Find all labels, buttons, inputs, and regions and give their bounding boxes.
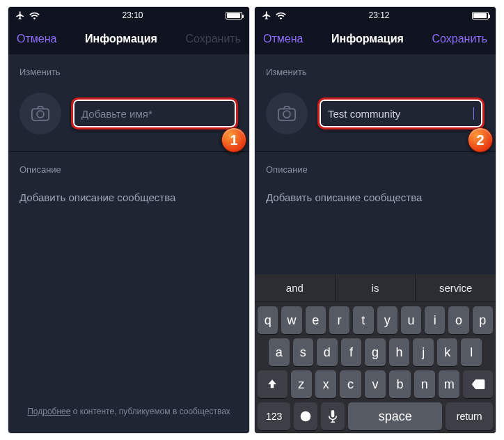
key-backspace[interactable] (463, 370, 493, 398)
footer-link[interactable]: Подробнее (27, 407, 70, 416)
cancel-button[interactable]: Отмена (263, 33, 303, 45)
key-h[interactable]: h (389, 338, 410, 366)
status-time: 23:10 (122, 10, 143, 20)
keyboard-row-1: q w e r t y u i o p (255, 302, 496, 334)
nav-bar: Отмена Информация Сохранить (255, 24, 496, 54)
keyboard-suggestions: and is service (255, 274, 496, 302)
key-l[interactable]: l (461, 338, 482, 366)
name-row: Добавьте имя* 1 (8, 84, 249, 151)
key-k[interactable]: k (437, 338, 458, 366)
save-button[interactable]: Сохранить (185, 33, 241, 45)
camera-icon (31, 106, 50, 121)
status-bar: 23:10 (8, 7, 249, 24)
backspace-icon (471, 379, 485, 389)
footer-rest: о контенте, публикуемом в сообществах (70, 407, 230, 416)
camera-icon (277, 106, 297, 121)
nav-title: Информация (85, 33, 157, 45)
key-t[interactable]: t (353, 306, 373, 334)
key-v[interactable]: v (365, 370, 386, 398)
description-block: Описание Добавить описание сообщества (8, 151, 249, 217)
svg-point-3 (283, 111, 290, 118)
section-change-label: Изменить (255, 54, 496, 84)
suggestion-3[interactable]: service (416, 274, 496, 301)
wifi-icon (276, 12, 286, 19)
key-123[interactable]: 123 (258, 402, 290, 430)
cancel-button[interactable]: Отмена (17, 33, 56, 45)
key-c[interactable]: c (340, 370, 361, 398)
svg-point-1 (37, 111, 44, 118)
key-p[interactable]: p (473, 306, 493, 334)
key-q[interactable]: q (258, 306, 278, 334)
add-photo-button[interactable] (266, 93, 308, 134)
key-x[interactable]: x (315, 370, 336, 398)
key-globe[interactable] (294, 402, 317, 430)
keyboard-row-3: z x c v b n m (255, 366, 496, 398)
screen-1: 23:10 Отмена Информация Сохранить Измени… (8, 7, 249, 433)
keyboard-row-4: 123 space return (255, 398, 496, 430)
battery-icon (226, 12, 242, 19)
battery-icon (472, 12, 489, 19)
text-cursor (473, 107, 474, 120)
airplane-mode-icon (15, 10, 25, 20)
key-r[interactable]: r (329, 306, 349, 334)
key-i[interactable]: i (425, 306, 445, 334)
status-bar: 23:12 (255, 7, 496, 24)
keyboard-row-2: a s d f g h j k l (255, 334, 496, 366)
key-z[interactable]: z (291, 370, 312, 398)
nav-bar: Отмена Информация Сохранить (8, 24, 249, 54)
shift-icon (266, 378, 278, 391)
key-f[interactable]: f (341, 338, 362, 366)
key-b[interactable]: b (389, 370, 410, 398)
key-d[interactable]: d (317, 338, 338, 366)
screen-2: 23:12 Отмена Информация Сохранить Измени… (255, 7, 496, 433)
name-placeholder: Добавьте имя* (81, 108, 228, 120)
key-j[interactable]: j (413, 338, 434, 366)
key-w[interactable]: w (281, 306, 301, 334)
key-mic[interactable] (321, 402, 345, 430)
name-input[interactable]: Добавьте имя* (71, 97, 238, 129)
key-a[interactable]: a (269, 338, 290, 366)
suggestion-2[interactable]: is (336, 274, 416, 301)
status-time: 23:12 (368, 10, 389, 20)
section-description-label: Описание (8, 152, 249, 182)
add-photo-button[interactable] (19, 93, 61, 134)
key-s[interactable]: s (293, 338, 314, 366)
wifi-icon (29, 12, 40, 19)
key-n[interactable]: n (414, 370, 435, 398)
key-y[interactable]: y (377, 306, 397, 334)
section-change-label: Изменить (8, 54, 249, 84)
key-m[interactable]: m (439, 370, 459, 398)
save-button[interactable]: Сохранить (432, 33, 487, 45)
globe-icon (299, 410, 312, 423)
keyboard: and is service q w e r t y u i o p a s d… (255, 274, 496, 433)
name-input[interactable]: Test community (317, 97, 485, 129)
step-badge-2: 2 (468, 127, 493, 152)
key-return[interactable]: return (446, 402, 493, 430)
key-space[interactable]: space (348, 402, 442, 430)
description-block: Описание Добавить описание сообщества (255, 151, 496, 217)
key-u[interactable]: u (401, 306, 421, 334)
suggestion-1[interactable]: and (255, 274, 336, 301)
step-badge-1: 1 (221, 127, 246, 152)
section-description-label: Описание (255, 152, 496, 182)
key-shift[interactable] (258, 370, 288, 398)
key-e[interactable]: e (306, 306, 326, 334)
footer-note: Подробнее о контенте, публикуемом в сооб… (8, 405, 249, 418)
name-value: Test community (328, 108, 472, 120)
nav-title: Информация (331, 33, 404, 45)
key-o[interactable]: o (448, 306, 468, 334)
airplane-mode-icon (262, 10, 271, 20)
name-row: Test community 2 (255, 84, 496, 151)
description-input[interactable]: Добавить описание сообщества (8, 182, 249, 217)
key-g[interactable]: g (365, 338, 386, 366)
description-input[interactable]: Добавить описание сообщества (255, 182, 496, 217)
mic-icon (328, 410, 338, 423)
